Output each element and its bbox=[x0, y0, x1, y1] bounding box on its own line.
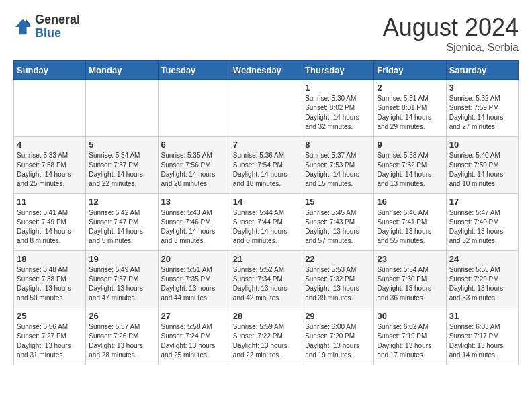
day-number: 16 bbox=[377, 197, 443, 207]
cell-content-line: Daylight: 14 hours bbox=[89, 170, 154, 179]
cell-content-line: Sunset: 8:01 PM bbox=[377, 103, 443, 113]
calendar-cell: 7Sunrise: 5:36 AMSunset: 7:54 PMDaylight… bbox=[230, 137, 302, 194]
calendar-cell: 6Sunrise: 5:35 AMSunset: 7:56 PMDaylight… bbox=[158, 137, 230, 194]
day-number: 8 bbox=[305, 140, 371, 150]
day-number: 17 bbox=[449, 197, 515, 207]
cell-content-line: Sunset: 7:57 PM bbox=[89, 161, 154, 170]
cell-content-line: Daylight: 14 hours bbox=[17, 170, 83, 179]
day-number: 12 bbox=[89, 197, 154, 207]
header-sunday: Sunday bbox=[14, 61, 86, 80]
cell-content-line: and 33 minutes. bbox=[449, 293, 515, 303]
calendar-cell: 30Sunrise: 6:02 AMSunset: 7:19 PMDayligh… bbox=[374, 308, 446, 365]
cell-content-line: Sunrise: 5:48 AM bbox=[17, 265, 83, 275]
logo-icon bbox=[13, 17, 32, 36]
cell-content-line: Daylight: 14 hours bbox=[89, 227, 154, 236]
cell-content-line: and 8 minutes. bbox=[17, 236, 83, 246]
calendar-cell: 8Sunrise: 5:37 AMSunset: 7:53 PMDaylight… bbox=[302, 137, 374, 194]
cell-content-line: Sunrise: 5:30 AM bbox=[305, 94, 371, 103]
day-number: 9 bbox=[377, 140, 443, 150]
day-number: 20 bbox=[161, 254, 227, 264]
cell-content-line: Sunset: 7:20 PM bbox=[305, 332, 371, 341]
cell-content-line: Daylight: 14 hours bbox=[449, 170, 515, 179]
cell-content-line: Sunset: 7:37 PM bbox=[89, 275, 154, 284]
day-number: 22 bbox=[305, 254, 371, 264]
cell-content-line: Sunset: 7:50 PM bbox=[449, 161, 515, 170]
day-number: 13 bbox=[161, 197, 227, 207]
cell-content-line: Sunset: 7:52 PM bbox=[377, 161, 443, 170]
cell-content-line: and 20 minutes. bbox=[161, 179, 227, 189]
cell-content-line: Daylight: 13 hours bbox=[161, 341, 227, 351]
cell-content-line: Daylight: 13 hours bbox=[233, 341, 299, 351]
cell-content-line: Sunrise: 5:34 AM bbox=[89, 151, 154, 161]
calendar-cell: 23Sunrise: 5:54 AMSunset: 7:30 PMDayligh… bbox=[374, 251, 446, 308]
cell-content-line: and 27 minutes. bbox=[449, 122, 515, 132]
cell-content-line: Sunrise: 5:58 AM bbox=[161, 322, 227, 332]
calendar-cell: 21Sunrise: 5:52 AMSunset: 7:34 PMDayligh… bbox=[230, 251, 302, 308]
cell-content-line: Daylight: 13 hours bbox=[17, 284, 83, 293]
calendar-cell: 20Sunrise: 5:51 AMSunset: 7:35 PMDayligh… bbox=[158, 251, 230, 308]
cell-content-line: Sunset: 7:46 PM bbox=[161, 218, 227, 227]
header-tuesday: Tuesday bbox=[158, 61, 230, 80]
cell-content-line: Daylight: 14 hours bbox=[449, 113, 515, 122]
cell-content-line: Daylight: 14 hours bbox=[161, 170, 227, 179]
calendar-table: SundayMondayTuesdayWednesdayThursdayFrid… bbox=[13, 60, 519, 365]
logo-text: General Blue bbox=[35, 13, 80, 40]
cell-content-line: Sunrise: 6:02 AM bbox=[377, 322, 443, 332]
cell-content-line: Daylight: 13 hours bbox=[377, 284, 443, 293]
cell-content-line: Sunset: 7:29 PM bbox=[449, 275, 515, 284]
svg-marker-0 bbox=[15, 19, 30, 34]
cell-content-line: and 32 minutes. bbox=[305, 122, 371, 132]
cell-content-line: Sunset: 7:24 PM bbox=[161, 332, 227, 341]
cell-content-line: Sunrise: 5:46 AM bbox=[377, 208, 443, 218]
week-row-3: 11Sunrise: 5:41 AMSunset: 7:49 PMDayligh… bbox=[14, 194, 519, 251]
cell-content-line: Sunset: 7:49 PM bbox=[17, 218, 83, 227]
calendar-cell: 11Sunrise: 5:41 AMSunset: 7:49 PMDayligh… bbox=[14, 194, 86, 251]
cell-content-line: Daylight: 13 hours bbox=[377, 341, 443, 351]
cell-content-line: Sunrise: 5:56 AM bbox=[17, 322, 83, 332]
cell-content-line: and 22 minutes. bbox=[89, 179, 154, 189]
day-number: 3 bbox=[449, 83, 515, 93]
cell-content-line: Daylight: 13 hours bbox=[89, 341, 154, 351]
cell-content-line: and 28 minutes. bbox=[89, 351, 154, 360]
cell-content-line: Daylight: 13 hours bbox=[449, 341, 515, 351]
cell-content-line: Sunrise: 5:49 AM bbox=[89, 265, 154, 275]
cell-content-line: Sunset: 7:27 PM bbox=[17, 332, 83, 341]
calendar-cell: 22Sunrise: 5:53 AMSunset: 7:32 PMDayligh… bbox=[302, 251, 374, 308]
cell-content-line: and 42 minutes. bbox=[233, 293, 299, 303]
cell-content-line: Daylight: 14 hours bbox=[233, 227, 299, 236]
cell-content-line: Sunrise: 5:40 AM bbox=[449, 151, 515, 161]
calendar-cell: 3Sunrise: 5:32 AMSunset: 7:59 PMDaylight… bbox=[446, 80, 518, 137]
cell-content-line: and 57 minutes. bbox=[305, 236, 371, 246]
calendar-cell bbox=[14, 80, 86, 137]
calendar-cell: 10Sunrise: 5:40 AMSunset: 7:50 PMDayligh… bbox=[446, 137, 518, 194]
day-number: 31 bbox=[449, 311, 515, 321]
day-number: 18 bbox=[17, 254, 83, 264]
logo: General Blue bbox=[13, 13, 80, 40]
week-row-1: 1Sunrise: 5:30 AMSunset: 8:02 PMDaylight… bbox=[14, 80, 519, 137]
cell-content-line: Sunset: 7:56 PM bbox=[161, 161, 227, 170]
cell-content-line: Sunrise: 5:59 AM bbox=[233, 322, 299, 332]
cell-content-line: and 5 minutes. bbox=[89, 236, 154, 246]
cell-content-line: Sunset: 7:35 PM bbox=[161, 275, 227, 284]
cell-content-line: Sunset: 7:58 PM bbox=[17, 161, 83, 170]
cell-content-line: and 19 minutes. bbox=[305, 351, 371, 360]
header-monday: Monday bbox=[86, 61, 158, 80]
calendar-cell: 13Sunrise: 5:43 AMSunset: 7:46 PMDayligh… bbox=[158, 194, 230, 251]
cell-content-line: and 47 minutes. bbox=[89, 293, 154, 303]
cell-content-line: Sunrise: 5:53 AM bbox=[305, 265, 371, 275]
cell-content-line: Daylight: 14 hours bbox=[377, 113, 443, 122]
cell-content-line: Daylight: 14 hours bbox=[305, 170, 371, 179]
cell-content-line: and 13 minutes. bbox=[377, 179, 443, 189]
day-number: 26 bbox=[89, 311, 154, 321]
cell-content-line: Sunset: 7:32 PM bbox=[305, 275, 371, 284]
location-subtitle: Sjenica, Serbia bbox=[383, 42, 519, 54]
day-number: 5 bbox=[89, 140, 154, 150]
cell-content-line: Sunset: 7:17 PM bbox=[449, 332, 515, 341]
cell-content-line: Sunrise: 5:47 AM bbox=[449, 208, 515, 218]
header-saturday: Saturday bbox=[446, 61, 518, 80]
day-number: 4 bbox=[17, 140, 83, 150]
cell-content-line: Sunrise: 5:37 AM bbox=[305, 151, 371, 161]
calendar-cell bbox=[158, 80, 230, 137]
calendar-cell: 1Sunrise: 5:30 AMSunset: 8:02 PMDaylight… bbox=[302, 80, 374, 137]
cell-content-line: Sunrise: 5:33 AM bbox=[17, 151, 83, 161]
